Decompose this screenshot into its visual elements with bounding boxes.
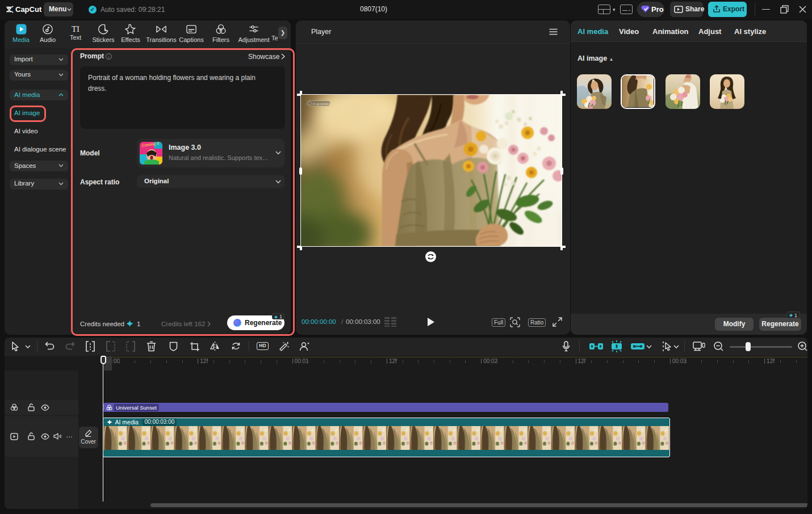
svg-text:AI generated: AI generated [312, 102, 331, 106]
